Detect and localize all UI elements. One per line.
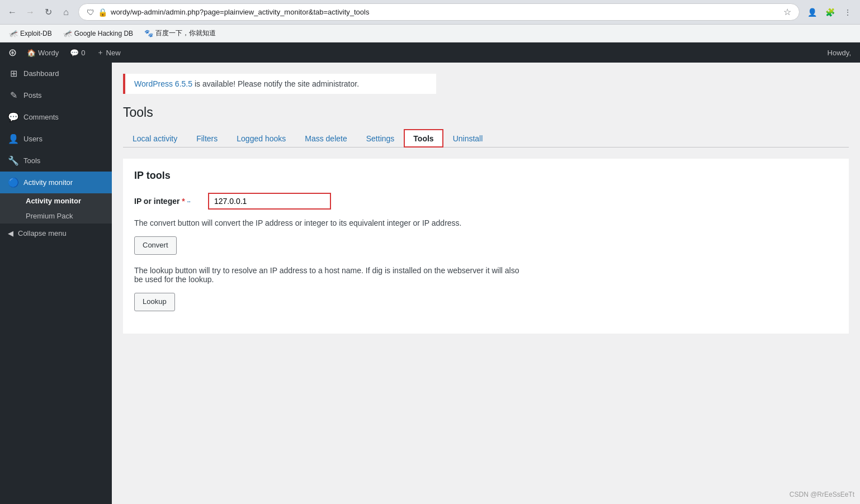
collapse-label: Collapse menu — [18, 229, 67, 237]
posts-icon: ✎ — [8, 90, 19, 101]
google-hacking-icon: 🦟 — [63, 29, 72, 37]
address-bar[interactable]: 🛡 🔒 wordy/wp-admin/admin.php?page=plainv… — [78, 3, 800, 21]
ip-form-row: IP or integer * ·· — [134, 193, 838, 210]
sidebar-item-tools[interactable]: 🔧 Tools — [0, 150, 112, 172]
browser-actions: 👤 🧩 ⋮ — [804, 4, 856, 20]
wp-tabs: Local activity Filters Logged hooks Mass… — [123, 129, 849, 148]
required-marker: * — [182, 197, 185, 206]
tab-settings[interactable]: Settings — [357, 129, 404, 148]
sidebar-item-tools-label: Tools — [23, 156, 40, 165]
home-icon: 🏠 — [27, 49, 36, 57]
admin-bar-comments[interactable]: 💬 0 — [64, 42, 91, 63]
wp-logo[interactable]: ⊛ — [3, 44, 21, 61]
comments-count: 0 — [81, 49, 85, 57]
lock-icon: 🔒 — [98, 8, 107, 17]
extensions-button[interactable]: 🧩 — [822, 4, 838, 20]
sidebar-item-activity-monitor[interactable]: 🔵 Activity monitor — [0, 172, 112, 193]
bookmarks-bar: 🦟 Exploit-DB 🦟 Google Hacking DB 🐾 百度一下，… — [0, 25, 860, 42]
comments-icon: 💬 — [70, 49, 79, 57]
comments-sidebar-icon: 💬 — [8, 112, 19, 122]
activity-monitor-icon: 🔵 — [8, 177, 19, 188]
site-name: Wordy — [38, 49, 59, 57]
sidebar-item-dashboard-label: Dashboard — [23, 69, 59, 78]
tab-tools[interactable]: Tools — [404, 129, 443, 148]
sidebar-item-activity-monitor-label: Activity monitor — [23, 178, 73, 187]
sidebar-item-posts[interactable]: ✎ Posts — [0, 84, 112, 106]
tab-logged-hooks[interactable]: Logged hooks — [227, 129, 295, 148]
browser-nav-buttons: ← → ↻ ⌂ — [4, 4, 74, 20]
profile-button[interactable]: 👤 — [804, 4, 820, 20]
tab-local-activity[interactable]: Local activity — [123, 129, 187, 148]
ip-tools-section: IP tools IP or integer * ·· The convert … — [123, 159, 849, 334]
bookmark-star-icon[interactable]: ☆ — [783, 7, 791, 17]
baidu-icon: 🐾 — [144, 29, 153, 37]
admin-bar-howdy: Howdy, — [828, 49, 857, 57]
admin-bar-new[interactable]: ＋ New — [91, 42, 126, 63]
plus-icon: ＋ — [97, 47, 104, 58]
url-text: wordy/wp-admin/admin.php?page=plainview_… — [111, 8, 780, 16]
bookmark-google-hacking-label: Google Hacking DB — [74, 30, 133, 37]
reload-button[interactable]: ↻ — [40, 4, 56, 20]
wp-admin-layout: ⊞ Dashboard ✎ Posts 💬 Comments 👤 Users 🔧… — [0, 63, 860, 504]
admin-bar-site[interactable]: 🏠 Wordy — [21, 42, 64, 63]
bookmark-exploit-db[interactable]: 🦟 Exploit-DB — [4, 27, 56, 39]
forward-button[interactable]: → — [22, 4, 38, 20]
dashboard-icon: ⊞ — [8, 68, 19, 79]
sidebar-item-comments-label: Comments — [23, 113, 59, 121]
menu-button[interactable]: ⋮ — [840, 4, 856, 20]
wp-main-content: WordPress 6.5.5 is available! Please not… — [112, 63, 860, 504]
new-label: New — [106, 49, 121, 57]
shield-icon: 🛡 — [87, 8, 94, 17]
collapse-icon: ◀ — [8, 229, 13, 237]
lookup-button[interactable]: Lookup — [134, 293, 175, 311]
sidebar-item-posts-label: Posts — [23, 91, 42, 99]
bookmark-exploit-db-label: Exploit-DB — [20, 30, 52, 37]
convert-button-row: Convert — [134, 236, 838, 255]
wp-update-notice: WordPress 6.5.5 is available! Please not… — [123, 74, 436, 94]
sidebar-item-comments[interactable]: 💬 Comments — [0, 106, 112, 128]
bookmark-google-hacking[interactable]: 🦟 Google Hacking DB — [59, 27, 138, 39]
home-button[interactable]: ⌂ — [58, 4, 74, 20]
page-title: Tools — [123, 105, 849, 120]
ip-tools-title: IP tools — [134, 170, 838, 182]
sidebar-item-users[interactable]: 👤 Users — [0, 128, 112, 150]
tab-filters[interactable]: Filters — [187, 129, 227, 148]
wp-sidebar: ⊞ Dashboard ✎ Posts 💬 Comments 👤 Users 🔧… — [0, 63, 112, 504]
back-button[interactable]: ← — [4, 4, 20, 20]
tab-mass-delete[interactable]: Mass delete — [295, 129, 356, 148]
notice-message: is available! Please notify the site adm… — [192, 79, 359, 88]
tab-uninstall[interactable]: Uninstall — [443, 129, 493, 148]
ip-label: IP or integer * ·· — [134, 197, 201, 206]
convert-description: The convert button will convert the IP a… — [134, 218, 526, 227]
ip-input[interactable] — [208, 193, 331, 210]
submenu-item-activity-monitor[interactable]: Activity monitor — [0, 193, 112, 208]
users-icon: 👤 — [8, 134, 19, 144]
wordpress-update-link[interactable]: WordPress 6.5.5 — [134, 79, 192, 88]
lookup-description: The lookup button will try to resolve an… — [134, 266, 526, 284]
convert-button[interactable]: Convert — [134, 236, 177, 255]
wp-admin-bar: ⊛ 🏠 Wordy 💬 0 ＋ New Howdy, — [0, 42, 860, 63]
bookmark-baidu-label: 百度一下，你就知道 — [155, 28, 216, 38]
browser-chrome: ← → ↻ ⌂ 🛡 🔒 wordy/wp-admin/admin.php?pag… — [0, 0, 860, 25]
submenu-item-premium-pack[interactable]: Premium Pack — [0, 208, 112, 224]
sidebar-item-dashboard[interactable]: ⊞ Dashboard — [0, 63, 112, 84]
tools-icon: 🔧 — [8, 155, 19, 166]
info-icon: ·· — [187, 198, 191, 205]
exploit-db-icon: 🦟 — [9, 29, 18, 37]
bookmark-baidu[interactable]: 🐾 百度一下，你就知道 — [140, 27, 220, 40]
sidebar-item-users-label: Users — [23, 135, 42, 143]
submenu-activity-monitor-label: Activity monitor — [26, 197, 81, 205]
submenu-premium-pack-label: Premium Pack — [26, 212, 73, 220]
collapse-menu[interactable]: ◀ Collapse menu — [0, 224, 112, 243]
sidebar-submenu: Activity monitor Premium Pack — [0, 193, 112, 224]
lookup-button-row: Lookup — [134, 293, 838, 311]
